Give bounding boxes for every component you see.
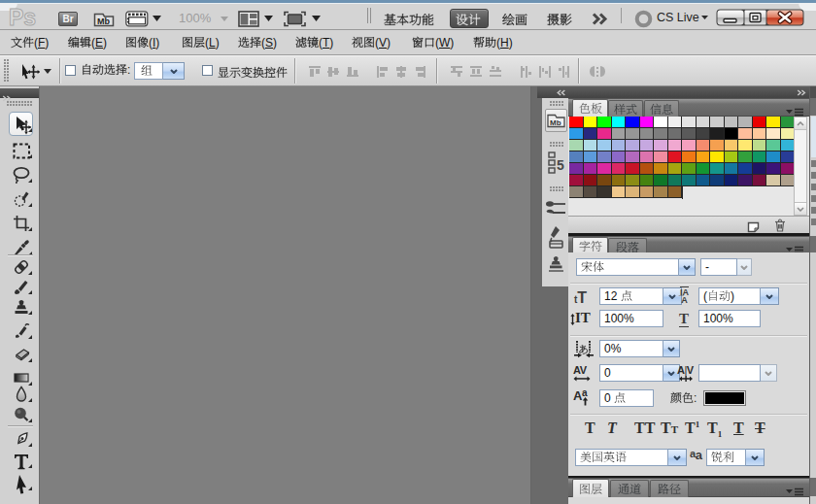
svg-text:5: 5 <box>557 157 564 173</box>
svg-text:Mb: Mb <box>97 17 110 26</box>
svg-text:Mb: Mb <box>550 118 561 127</box>
